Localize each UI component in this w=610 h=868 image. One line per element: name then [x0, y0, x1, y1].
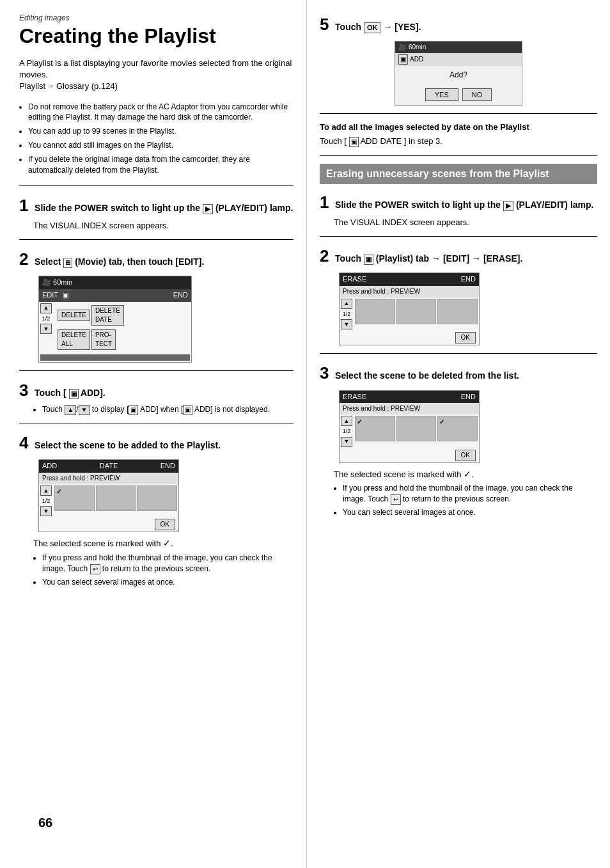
step-4-number: 4	[19, 433, 28, 452]
erase-step2-content: ▲ 1/2 ▼	[340, 297, 479, 331]
arrow-down-icon: ▼	[79, 405, 90, 415]
step5-header-label: 🎥	[398, 43, 406, 52]
left-column: Editing images Creating the Playlist A P…	[0, 0, 307, 868]
erase-step-3-number: 3	[320, 363, 329, 383]
erase-step-1: 1 Slide the POWER switch to light up the…	[320, 191, 597, 228]
add-date-film-icon: ▣	[349, 137, 359, 147]
delete-btn[interactable]: DELETE	[58, 310, 90, 321]
step4-thumbnails: ✓	[53, 484, 178, 512]
erase-step3-nav-down[interactable]: ▼	[341, 437, 352, 447]
screen-nav: ▲ 1/2 ▼	[39, 302, 53, 336]
step4-nav-down[interactable]: ▼	[40, 506, 52, 516]
step-3-body: Touch ▲/▼ to display [▣ ADD] when [▣ ADD…	[33, 404, 293, 415]
step4-page: 1/2	[41, 496, 52, 507]
erase-step3-nav: ▲ 1/2 ▼	[340, 414, 354, 448]
step-1-number: 1	[19, 196, 28, 215]
step4-content: ▲ 1/2 ▼ ✓	[39, 484, 178, 518]
step5-bar: ▣ ADD	[395, 53, 522, 66]
erase-step3-thumbs: ✓ ✓	[354, 414, 479, 443]
step4-nav-up[interactable]: ▲	[40, 485, 52, 496]
erase-step2-ok-btn[interactable]: OK	[455, 332, 476, 343]
protect-btn[interactable]: PRO-TECT	[91, 329, 116, 350]
erase-return-icon: ↩	[391, 494, 401, 505]
erase-step-3-title: Select the scene to be deleted from the …	[335, 370, 519, 381]
bullet-item: If you delete the original image data fr…	[28, 154, 293, 176]
erase-step3-bullet-1: If you press and hold the thumbnail of t…	[343, 483, 597, 505]
yes-button[interactable]: YES	[425, 88, 458, 101]
step4-add-label: ADD	[42, 461, 57, 471]
step-3: 3 Touch [ ▣ ADD]. Touch ▲/▼ to display […	[19, 379, 293, 415]
step4-ok-btn[interactable]: OK	[155, 519, 175, 530]
intro-text: A Playlist is a list displaying your fav…	[19, 58, 293, 93]
erase-step-2-title: Touch ▣ (Playlist) tab → [EDIT] → [ERASE…	[335, 253, 522, 264]
erase-checkmark-icon: ✓	[464, 469, 471, 479]
step-5-number: 5	[320, 15, 329, 34]
page-number: 66	[38, 814, 52, 832]
btn-row-1: DELETE DELETEDATE	[54, 303, 190, 327]
glossary-icon: ☞	[48, 83, 56, 90]
erase-nav-down[interactable]: ▼	[341, 319, 352, 329]
right-column: 5 Touch OK → [YES]. 🎥 60min ▣ ADD Add?	[307, 0, 610, 868]
erase-step-2-screen: ERASE END Press and hold : PREVIEW ▲ 1/2…	[339, 272, 480, 345]
erase3-check-3: ✓	[439, 418, 444, 427]
divider	[19, 185, 293, 186]
add-icon-2: ▣	[129, 405, 138, 415]
step-3-number: 3	[19, 381, 28, 400]
screen-header: 🎥 60min	[39, 276, 191, 288]
bullet-item: You cannot add still images on the Playl…	[28, 140, 293, 151]
erase-step2-preview: Press and hold : PREVIEW	[340, 286, 479, 297]
btn-row-2: DELETEALL PRO-TECT	[54, 327, 190, 352]
erase3-thumb-3: ✓	[437, 416, 478, 441]
playlist-icon: ▣	[364, 255, 373, 265]
divider	[320, 113, 597, 114]
erase-step-1-title: Slide the POWER switch to light up the ▶…	[335, 200, 593, 210]
erase-step3-preview: Press and hold : PREVIEW	[340, 403, 479, 414]
erase-step2-nav: ▲ 1/2 ▼	[340, 297, 354, 331]
intro-bullets: Do not remove the battery pack or the AC…	[19, 102, 293, 176]
thumb-1: ✓	[54, 485, 95, 511]
step4-nav: ▲ 1/2 ▼	[39, 484, 53, 518]
ok-icon: OK	[364, 22, 381, 33]
return-icon: ↩	[90, 564, 100, 574]
erase-step3-nav-up[interactable]: ▲	[341, 416, 352, 426]
erase-step3-ok-btn[interactable]: OK	[455, 450, 476, 461]
step4-bullet-1: If you press and hold the thumbnail of t…	[42, 553, 293, 574]
erase3-thumb-2	[396, 416, 437, 441]
erase-step3-content: ▲ 1/2 ▼ ✓ ✓	[340, 414, 479, 448]
delete-date-btn[interactable]: DELETEDATE	[91, 305, 124, 326]
erase-section-heading: Erasing unnecessary scenes from the Play…	[320, 164, 597, 185]
step5-header: 🎥 60min	[395, 42, 522, 53]
divider	[19, 239, 293, 240]
step-2-title: Select ⊞ (Movie) tab, then touch [EDIT].	[35, 256, 204, 267]
erase-step-3-body: The selected scene is marked with ✓. If …	[334, 468, 597, 518]
step-4-screen: ADD DATE END Press and hold : PREVIEW ▲ …	[38, 459, 179, 532]
erase-step2-thumbs	[354, 297, 479, 326]
divider	[19, 370, 293, 371]
step-3-title: Touch [ ▣ ADD].	[35, 388, 106, 398]
no-button[interactable]: NO	[462, 88, 492, 101]
erase-step2-page: 1/2	[341, 309, 352, 320]
thumb-3	[137, 485, 177, 511]
erase-nav-up[interactable]: ▲	[341, 299, 352, 309]
page: Editing images Creating the Playlist A P…	[0, 0, 610, 868]
divider	[320, 155, 597, 156]
step4-screen-header: ADD DATE END	[39, 460, 178, 472]
erase-step-1-number: 1	[320, 193, 329, 212]
erase-step-1-body: The VISUAL INDEX screen appears.	[334, 217, 597, 228]
erase-step3-header: ERASE END	[340, 391, 479, 403]
step-2: 2 Select ⊞ (Movie) tab, then touch [EDIT…	[19, 248, 293, 363]
erase-step-3-screen: ERASE END Press and hold : PREVIEW ▲ 1/2…	[339, 390, 480, 463]
subtitle: Editing images	[19, 13, 293, 24]
delete-all-btn[interactable]: DELETEALL	[58, 329, 90, 350]
nav-down-btn[interactable]: ▼	[40, 324, 52, 334]
add-date-body: Touch [ ▣ ADD DATE ] in step 3.	[320, 136, 597, 147]
nav-up-btn[interactable]: ▲	[40, 303, 52, 313]
step-4-body: The selected scene is marked with ✓. If …	[33, 537, 293, 587]
step4-bullet-2: You can select several images at once.	[42, 577, 293, 588]
step5-film-icon: ▣	[398, 54, 408, 65]
screen-header-left: 🎥 60min	[42, 278, 72, 287]
step-5-title: Touch OK → [YES].	[335, 22, 421, 32]
step5-btns: YES NO	[395, 84, 522, 105]
bullet-item: Do not remove the battery pack or the AC…	[28, 102, 293, 123]
erase-step3-bullet-2: You can select several images at once.	[343, 507, 597, 518]
